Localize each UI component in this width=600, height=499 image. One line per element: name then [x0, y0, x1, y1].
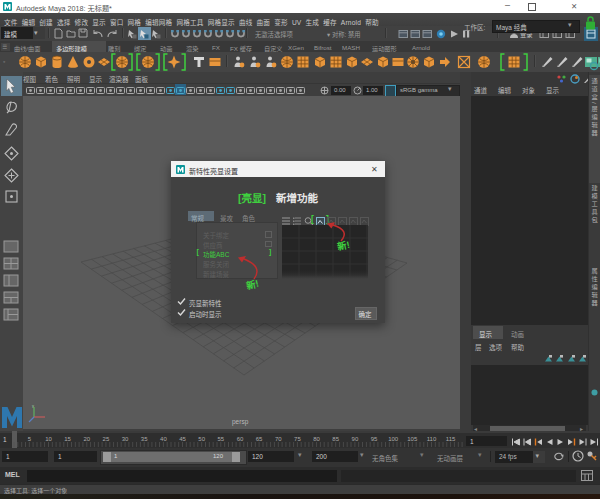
svg-text:10: 10: [45, 436, 52, 442]
svg-text:y: y: [32, 403, 34, 408]
svg-text:75: 75: [294, 436, 301, 442]
svg-text:65: 65: [256, 436, 263, 442]
svg-text:90: 90: [352, 436, 359, 442]
svg-text:35: 35: [141, 436, 148, 442]
svg-text:40: 40: [160, 436, 167, 442]
svg-text:60: 60: [237, 436, 244, 442]
svg-text:105: 105: [407, 436, 418, 442]
svg-text:55: 55: [217, 436, 224, 442]
svg-text:25: 25: [103, 436, 110, 442]
svg-text:30: 30: [122, 436, 129, 442]
svg-text:100: 100: [388, 436, 399, 442]
svg-text:80: 80: [313, 436, 320, 442]
svg-text:85: 85: [332, 436, 339, 442]
svg-text:20: 20: [83, 436, 90, 442]
svg-text:50: 50: [198, 436, 205, 442]
svg-text:15: 15: [64, 436, 71, 442]
svg-text:45: 45: [179, 436, 186, 442]
svg-text:95: 95: [371, 436, 378, 442]
svg-text:110: 110: [427, 436, 437, 442]
svg-text:115: 115: [446, 436, 456, 442]
svg-text:5: 5: [28, 436, 32, 442]
svg-text:70: 70: [275, 436, 282, 442]
svg-text:1: 1: [3, 436, 7, 443]
